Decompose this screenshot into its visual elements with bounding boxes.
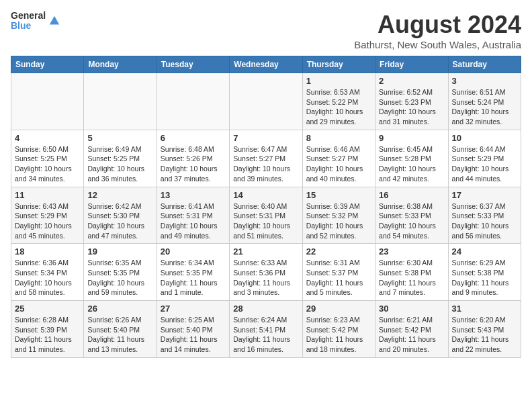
day-info: Sunrise: 6:24 AM Sunset: 5:41 PM Dayligh… [233,315,298,355]
day-number: 18 [15,246,80,257]
day-number: 24 [452,246,517,257]
day-number: 3 [452,76,517,86]
calendar-cell: 20Sunrise: 6:34 AM Sunset: 5:35 PM Dayli… [157,244,229,301]
day-info: Sunrise: 6:41 AM Sunset: 5:31 PM Dayligh… [161,201,226,241]
day-info: Sunrise: 6:52 AM Sunset: 5:23 PM Dayligh… [379,87,444,127]
day-number: 14 [233,190,298,200]
calendar-week-row: 1Sunrise: 6:53 AM Sunset: 5:22 PM Daylig… [11,73,521,130]
month-title: August 2024 [354,11,521,39]
day-info: Sunrise: 6:25 AM Sunset: 5:40 PM Dayligh… [161,315,226,355]
calendar-cell: 8Sunrise: 6:46 AM Sunset: 5:27 PM Daylig… [302,130,375,187]
weekday-header-sunday: Sunday [11,56,84,73]
calendar-cell: 25Sunrise: 6:28 AM Sunset: 5:39 PM Dayli… [11,301,84,358]
weekday-header-thursday: Thursday [302,56,375,73]
day-info: Sunrise: 6:45 AM Sunset: 5:28 PM Dayligh… [379,144,444,184]
logo-line1: General [11,11,46,21]
day-number: 5 [87,133,152,143]
calendar-cell: 31Sunrise: 6:20 AM Sunset: 5:43 PM Dayli… [448,301,521,358]
day-number: 25 [15,304,80,314]
calendar-header: SundayMondayTuesdayWednesdayThursdayFrid… [11,56,521,73]
weekday-header-monday: Monday [84,56,157,73]
day-info: Sunrise: 6:21 AM Sunset: 5:42 PM Dayligh… [379,315,444,355]
calendar-week-row: 4Sunrise: 6:50 AM Sunset: 5:25 PM Daylig… [11,130,521,187]
calendar-cell: 17Sunrise: 6:37 AM Sunset: 5:33 PM Dayli… [448,187,521,244]
day-number: 28 [233,304,298,314]
day-number: 9 [379,133,444,143]
calendar-cell: 9Sunrise: 6:45 AM Sunset: 5:28 PM Daylig… [375,130,448,187]
logo-text: General Blue [11,11,46,32]
calendar-cell: 24Sunrise: 6:29 AM Sunset: 5:38 PM Dayli… [448,244,521,301]
day-info: Sunrise: 6:49 AM Sunset: 5:25 PM Dayligh… [87,144,152,184]
day-info: Sunrise: 6:47 AM Sunset: 5:27 PM Dayligh… [233,144,298,184]
calendar-cell: 19Sunrise: 6:35 AM Sunset: 5:35 PM Dayli… [84,244,157,301]
calendar-cell: 3Sunrise: 6:51 AM Sunset: 5:24 PM Daylig… [448,73,521,130]
calendar-cell: 10Sunrise: 6:44 AM Sunset: 5:29 PM Dayli… [448,130,521,187]
day-number: 15 [306,190,371,200]
calendar-cell: 5Sunrise: 6:49 AM Sunset: 5:25 PM Daylig… [84,130,157,187]
page-header: General Blue August 2024 Bathurst, New S… [11,11,521,50]
calendar-cell: 27Sunrise: 6:25 AM Sunset: 5:40 PM Dayli… [157,301,229,358]
day-info: Sunrise: 6:43 AM Sunset: 5:29 PM Dayligh… [15,201,80,241]
day-info: Sunrise: 6:40 AM Sunset: 5:31 PM Dayligh… [233,201,298,241]
calendar-cell: 22Sunrise: 6:31 AM Sunset: 5:37 PM Dayli… [302,244,375,301]
calendar-cell: 14Sunrise: 6:40 AM Sunset: 5:31 PM Dayli… [230,187,302,244]
calendar-cell: 12Sunrise: 6:42 AM Sunset: 5:30 PM Dayli… [84,187,157,244]
calendar-cell: 2Sunrise: 6:52 AM Sunset: 5:23 PM Daylig… [375,73,448,130]
day-number: 26 [87,304,152,314]
calendar-cell: 28Sunrise: 6:24 AM Sunset: 5:41 PM Dayli… [230,301,302,358]
day-number: 21 [233,246,298,257]
calendar-week-row: 11Sunrise: 6:43 AM Sunset: 5:29 PM Dayli… [11,187,521,244]
day-number: 4 [15,133,80,143]
day-info: Sunrise: 6:36 AM Sunset: 5:34 PM Dayligh… [15,258,80,298]
day-info: Sunrise: 6:48 AM Sunset: 5:26 PM Dayligh… [161,144,226,184]
day-number: 11 [15,190,80,200]
calendar-cell: 1Sunrise: 6:53 AM Sunset: 5:22 PM Daylig… [302,73,375,130]
day-number: 7 [233,133,298,143]
day-info: Sunrise: 6:30 AM Sunset: 5:38 PM Dayligh… [379,258,444,298]
logo-line2: Blue [11,21,46,31]
day-number: 8 [306,133,371,143]
calendar-body: 1Sunrise: 6:53 AM Sunset: 5:22 PM Daylig… [11,73,521,358]
day-info: Sunrise: 6:38 AM Sunset: 5:33 PM Dayligh… [379,201,444,241]
day-info: Sunrise: 6:50 AM Sunset: 5:25 PM Dayligh… [15,144,80,184]
calendar-cell: 16Sunrise: 6:38 AM Sunset: 5:33 PM Dayli… [375,187,448,244]
calendar-cell [157,73,229,130]
day-info: Sunrise: 6:35 AM Sunset: 5:35 PM Dayligh… [87,258,152,298]
weekday-header-friday: Friday [375,56,448,73]
title-area: August 2024 Bathurst, New South Wales, A… [354,11,521,50]
day-info: Sunrise: 6:53 AM Sunset: 5:22 PM Dayligh… [306,87,371,127]
day-info: Sunrise: 6:42 AM Sunset: 5:30 PM Dayligh… [87,201,152,241]
day-info: Sunrise: 6:37 AM Sunset: 5:33 PM Dayligh… [452,201,517,241]
day-number: 23 [379,246,444,257]
day-number: 2 [379,76,444,86]
day-number: 29 [306,304,371,314]
calendar-cell [84,73,157,130]
calendar-cell: 23Sunrise: 6:30 AM Sunset: 5:38 PM Dayli… [375,244,448,301]
day-number: 20 [161,246,226,257]
weekday-header-saturday: Saturday [448,56,521,73]
day-number: 13 [161,190,226,200]
day-info: Sunrise: 6:51 AM Sunset: 5:24 PM Dayligh… [452,87,517,127]
logo-icon [48,15,60,27]
calendar-cell [11,73,84,130]
day-info: Sunrise: 6:44 AM Sunset: 5:29 PM Dayligh… [452,144,517,184]
calendar-cell: 13Sunrise: 6:41 AM Sunset: 5:31 PM Dayli… [157,187,229,244]
calendar-cell: 26Sunrise: 6:26 AM Sunset: 5:40 PM Dayli… [84,301,157,358]
day-number: 30 [379,304,444,314]
calendar-cell: 29Sunrise: 6:23 AM Sunset: 5:42 PM Dayli… [302,301,375,358]
calendar-table: SundayMondayTuesdayWednesdayThursdayFrid… [11,56,521,358]
logo: General Blue [11,11,60,32]
calendar-cell: 18Sunrise: 6:36 AM Sunset: 5:34 PM Dayli… [11,244,84,301]
day-info: Sunrise: 6:46 AM Sunset: 5:27 PM Dayligh… [306,144,371,184]
day-number: 27 [161,304,226,314]
day-info: Sunrise: 6:28 AM Sunset: 5:39 PM Dayligh… [15,315,80,355]
day-number: 22 [306,246,371,257]
day-info: Sunrise: 6:39 AM Sunset: 5:32 PM Dayligh… [306,201,371,241]
weekday-header-tuesday: Tuesday [157,56,229,73]
calendar-week-row: 25Sunrise: 6:28 AM Sunset: 5:39 PM Dayli… [11,301,521,358]
calendar-cell: 15Sunrise: 6:39 AM Sunset: 5:32 PM Dayli… [302,187,375,244]
day-number: 10 [452,133,517,143]
location-subtitle: Bathurst, New South Wales, Australia [354,39,521,50]
weekday-header-row: SundayMondayTuesdayWednesdayThursdayFrid… [11,56,521,73]
weekday-header-wednesday: Wednesday [230,56,302,73]
